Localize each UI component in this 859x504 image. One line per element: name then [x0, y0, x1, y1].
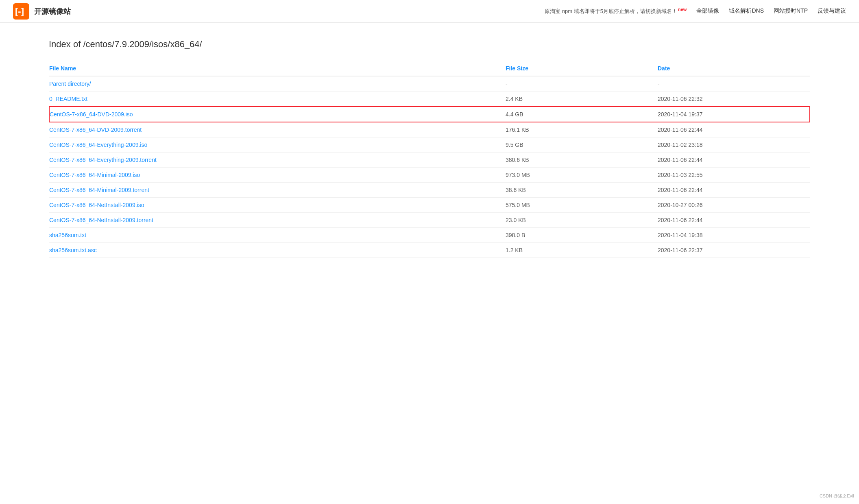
table-row: CentOS-7-x86_64-Everything-2009.torrent3…: [49, 153, 810, 168]
file-size-cell: 380.6 KB: [506, 153, 658, 168]
main-content: Index of /centos/7.9.2009/isos/x86_64/ F…: [0, 23, 859, 274]
table-row: CentOS-7-x86_64-DVD-2009.torrent176.1 KB…: [49, 122, 810, 137]
file-name-cell: sha256sum.txt: [49, 228, 506, 243]
file-size-cell: 9.5 GB: [506, 137, 658, 153]
file-link[interactable]: CentOS-7-x86_64-Everything-2009.iso: [49, 142, 147, 148]
table-row: CentOS-7-x86_64-Minimal-2009.torrent38.6…: [49, 183, 810, 198]
file-name-cell: CentOS-7-x86_64-Minimal-2009.iso: [49, 168, 506, 183]
col-header-name: File Name: [49, 61, 506, 76]
file-link[interactable]: 0_README.txt: [49, 96, 87, 102]
file-name-cell: CentOS-7-x86_64-Everything-2009.iso: [49, 137, 506, 153]
file-link[interactable]: CentOS-7-x86_64-Minimal-2009.torrent: [49, 187, 149, 193]
file-name-cell: CentOS-7-x86_64-DVD-2009.torrent: [49, 122, 506, 137]
file-date-cell: 2020-11-04 19:38: [658, 228, 810, 243]
table-body: Parent directory/--0_README.txt2.4 KB202…: [49, 76, 810, 258]
nav-link-ntp[interactable]: 网站授时NTP: [774, 7, 808, 15]
table-row: Parent directory/--: [49, 76, 810, 92]
svg-text:[-]: [-]: [15, 6, 24, 16]
file-date-cell: 2020-10-27 00:26: [658, 198, 810, 213]
file-date-cell: 2020-11-03 22:55: [658, 168, 810, 183]
col-header-date: Date: [658, 61, 810, 76]
table-row: sha256sum.txt398.0 B2020-11-04 19:38: [49, 228, 810, 243]
table-header: File Name File Size Date: [49, 61, 810, 76]
nav-link-dns[interactable]: 域名解析DNS: [729, 7, 764, 15]
site-name: 开源镜像站: [34, 7, 71, 16]
file-size-cell: -: [506, 76, 658, 92]
file-name-cell: CentOS-7-x86_64-Minimal-2009.torrent: [49, 183, 506, 198]
aliyun-logo-icon: [-]: [13, 3, 29, 20]
file-link[interactable]: CentOS-7-x86_64-DVD-2009.torrent: [49, 127, 142, 133]
header: [-] 开源镜像站 原淘宝 npm 域名即将于5月底停止解析，请切换新域名！ne…: [0, 0, 859, 23]
file-date-cell: 2020-11-06 22:44: [658, 122, 810, 137]
file-name-cell: CentOS-7-x86_64-NetInstall-2009.iso: [49, 198, 506, 213]
file-date-cell: 2020-11-06 22:44: [658, 213, 810, 228]
file-name-cell: Parent directory/: [49, 76, 506, 92]
table-row: CentOS-7-x86_64-NetInstall-2009.iso575.0…: [49, 198, 810, 213]
file-link[interactable]: CentOS-7-x86_64-NetInstall-2009.torrent: [49, 217, 153, 223]
nav-link-all-mirrors[interactable]: 全部镜像: [696, 7, 719, 15]
file-link[interactable]: CentOS-7-x86_64-NetInstall-2009.iso: [49, 202, 144, 208]
file-name-cell: 0_README.txt: [49, 92, 506, 107]
file-date-cell: 2020-11-02 23:18: [658, 137, 810, 153]
file-size-cell: 398.0 B: [506, 228, 658, 243]
nav-notice: 原淘宝 npm 域名即将于5月底停止解析，请切换新域名！new: [545, 7, 687, 15]
page-title: Index of /centos/7.9.2009/isos/x86_64/: [49, 39, 810, 50]
nav-link-feedback[interactable]: 反馈与建议: [818, 7, 846, 15]
nav-area: 原淘宝 npm 域名即将于5月底停止解析，请切换新域名！new 全部镜像 域名解…: [545, 7, 846, 15]
file-size-cell: 973.0 MB: [506, 168, 658, 183]
new-badge: new: [678, 7, 687, 12]
file-size-cell: 2.4 KB: [506, 92, 658, 107]
file-date-cell: -: [658, 76, 810, 92]
table-row: CentOS-7-x86_64-Minimal-2009.iso973.0 MB…: [49, 168, 810, 183]
file-size-cell: 575.0 MB: [506, 198, 658, 213]
file-date-cell: 2020-11-06 22:37: [658, 243, 810, 258]
table-row: CentOS-7-x86_64-DVD-2009.iso4.4 GB2020-1…: [49, 107, 810, 122]
file-size-cell: 1.2 KB: [506, 243, 658, 258]
file-name-cell: CentOS-7-x86_64-Everything-2009.torrent: [49, 153, 506, 168]
table-row: CentOS-7-x86_64-Everything-2009.iso9.5 G…: [49, 137, 810, 153]
logo-area: [-] 开源镜像站: [13, 3, 71, 20]
file-link[interactable]: CentOS-7-x86_64-DVD-2009.iso: [50, 111, 133, 118]
table-row: 0_README.txt2.4 KB2020-11-06 22:32: [49, 92, 810, 107]
file-name-cell: CentOS-7-x86_64-DVD-2009.iso: [49, 107, 506, 122]
file-link[interactable]: sha256sum.txt.asc: [49, 247, 97, 253]
file-link[interactable]: CentOS-7-x86_64-Everything-2009.torrent: [49, 157, 157, 163]
file-link[interactable]: Parent directory/: [49, 81, 91, 87]
file-name-cell: sha256sum.txt.asc: [49, 243, 506, 258]
file-date-cell: 2020-11-06 22:44: [658, 153, 810, 168]
file-size-cell: 38.6 KB: [506, 183, 658, 198]
file-date-cell: 2020-11-06 22:44: [658, 183, 810, 198]
table-row: sha256sum.txt.asc1.2 KB2020-11-06 22:37: [49, 243, 810, 258]
file-size-cell: 176.1 KB: [506, 122, 658, 137]
file-size-cell: 23.0 KB: [506, 213, 658, 228]
file-table: File Name File Size Date Parent director…: [49, 61, 810, 258]
file-name-cell: CentOS-7-x86_64-NetInstall-2009.torrent: [49, 213, 506, 228]
file-size-cell: 4.4 GB: [506, 107, 658, 122]
col-header-size: File Size: [506, 61, 658, 76]
file-link[interactable]: sha256sum.txt: [49, 232, 86, 238]
table-row: CentOS-7-x86_64-NetInstall-2009.torrent2…: [49, 213, 810, 228]
file-date-cell: 2020-11-04 19:37: [658, 107, 810, 122]
table-header-row: File Name File Size Date: [49, 61, 810, 76]
file-link[interactable]: CentOS-7-x86_64-Minimal-2009.iso: [49, 172, 140, 178]
file-date-cell: 2020-11-06 22:32: [658, 92, 810, 107]
